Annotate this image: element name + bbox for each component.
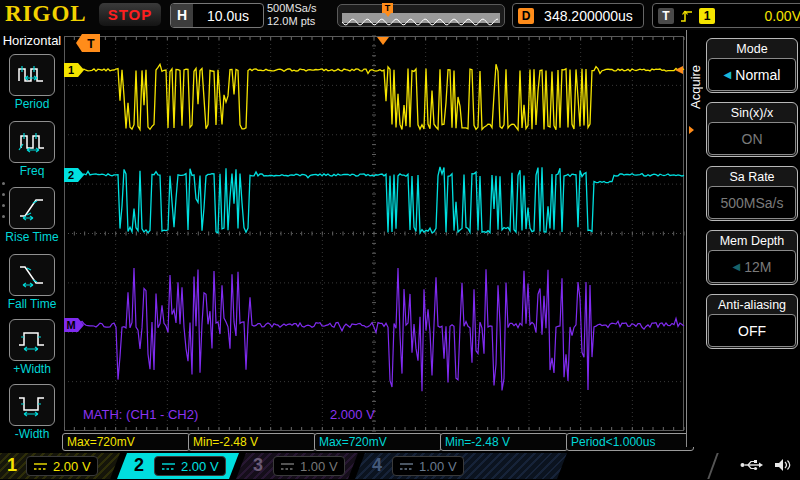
sidebar-item-neg-width[interactable]: -Width — [0, 384, 64, 441]
math-scale-label: 2.000 V — [330, 407, 375, 422]
dc-coupling-icon — [33, 461, 48, 471]
dc-coupling-icon — [280, 461, 295, 471]
svg-text:M: M — [66, 319, 75, 331]
channel-3-scale: 1.00 V — [273, 456, 345, 476]
sidebar-page-dots — [2, 182, 5, 226]
channel-2-box[interactable]: 2 2.00 V — [117, 453, 239, 479]
delay-value: 348.200000us — [534, 8, 643, 24]
math-expression-label: MATH: (CH1 - CH2) — [83, 407, 198, 422]
sample-rate-line1: 500MSa/s — [267, 2, 317, 15]
sidebar-item-period[interactable]: Period — [0, 54, 64, 111]
measurement-ch2-max: Max=720mV — [314, 433, 442, 451]
delay-badge: D — [518, 8, 534, 24]
sidebar-item-label: Rise Time — [0, 230, 64, 244]
sidebar-item-label: Fall Time — [0, 297, 64, 311]
preview-wave — [342, 17, 500, 27]
neg-width-icon — [17, 392, 47, 418]
left-arrow-icon: ◀ — [724, 69, 732, 80]
oscilloscope-screen: RIGOL STOP H 10.0us 500MSa/s 12.0M pts T… — [0, 0, 800, 480]
channel-status-bar: 1 2.00 V 2 2.00 V 3 — [0, 452, 800, 480]
dc-coupling-icon — [399, 461, 414, 471]
sidebar-item-label: Freq — [0, 164, 64, 178]
sample-rate-line2: 12.0M pts — [267, 15, 317, 28]
measurement-ch2-period: Period<1.000us — [566, 433, 694, 451]
usb-icon[interactable] — [740, 458, 764, 472]
period-icon — [17, 62, 47, 88]
trigger-readout-box: T 1 0.00V — [652, 3, 800, 28]
softkey-sa-rate[interactable]: Sa Rate 500MSa/s — [706, 166, 798, 221]
fall-time-icon — [17, 262, 47, 288]
svg-text:2: 2 — [68, 169, 74, 181]
softkey-mem-depth[interactable]: Mem Depth ◀12M — [706, 230, 798, 285]
measurement-ch1-min: Min=-2.48 V — [188, 433, 316, 451]
rising-edge-icon — [679, 8, 694, 24]
sidebar-title: Horizontal — [0, 30, 64, 48]
status-divider — [707, 453, 718, 479]
trigger-position-icon — [377, 37, 389, 45]
channel-2-scale: 2.00 V — [154, 456, 226, 476]
dc-coupling-icon — [161, 461, 176, 471]
horizontal-scale-box[interactable]: H 10.0us — [170, 3, 264, 28]
softkey-anti-aliasing[interactable]: Anti-aliasing OFF — [706, 294, 798, 349]
beeper-icon[interactable] — [774, 458, 792, 472]
left-arrow-icon: ◀ — [733, 261, 741, 272]
rise-time-icon — [17, 195, 47, 221]
acquire-menu-panel: Acquire Mode ◀Normal Sin(x)/x ON Sa Rate… — [686, 30, 800, 447]
waveform-display: T12M MATH: (CH1 - CH2) 2.000 V — [64, 30, 686, 447]
sidebar-item-label: Period — [0, 97, 64, 111]
measurement-ch1-max: Max=720mV — [62, 433, 190, 451]
channel-4-scale: 1.00 V — [392, 456, 464, 476]
freq-icon — [17, 129, 47, 155]
sidebar-item-pos-width[interactable]: +Width — [0, 319, 64, 376]
sidebar-item-fall-time[interactable]: Fall Time — [0, 254, 64, 311]
softkey-sinx[interactable]: Sin(x)/x ON — [706, 102, 798, 157]
channel-1-box[interactable]: 1 2.00 V — [0, 453, 120, 479]
horizontal-scale-value: 10.0us — [193, 8, 263, 24]
measurement-ch2-min: Min=-2.48 V — [440, 433, 568, 451]
graticule-canvas: T12M — [64, 30, 686, 447]
svg-text:1: 1 — [68, 64, 74, 76]
pos-width-icon — [17, 327, 47, 353]
horizontal-label: H — [171, 4, 193, 27]
trigger-source-badge: 1 — [699, 8, 715, 24]
top-status-bar: RIGOL STOP H 10.0us 500MSa/s 12.0M pts T… — [0, 0, 800, 30]
sidebar-item-label: -Width — [0, 427, 64, 441]
sample-rate-readout: 500MSa/s 12.0M pts — [267, 2, 317, 28]
delay-readout-box: D 348.200000us — [512, 3, 644, 28]
trigger-level-value: 0.00V — [720, 8, 800, 24]
sidebar-item-freq[interactable]: Freq — [0, 121, 64, 178]
trigger-label: T — [658, 8, 674, 24]
preview-window — [342, 13, 500, 23]
rigol-logo: RIGOL — [5, 1, 87, 27]
waveform-memory-preview[interactable]: T — [337, 4, 505, 27]
menu-tab-acquire[interactable]: Acquire — [688, 48, 706, 126]
preview-trigger-marker[interactable]: T — [382, 3, 393, 13]
svg-text:T: T — [87, 37, 95, 51]
sidebar-item-rise-time[interactable]: Rise Time — [0, 187, 64, 244]
channel-3-box[interactable]: 3 1.00 V — [236, 453, 358, 479]
trigger-level-icon — [675, 66, 683, 74]
channel-1-scale: 2.00 V — [26, 456, 98, 476]
softkey-mode[interactable]: Mode ◀Normal — [706, 38, 798, 93]
run-state-badge[interactable]: STOP — [99, 3, 161, 26]
sidebar-item-label: +Width — [0, 362, 64, 376]
menu-tab-marker-icon — [689, 126, 694, 134]
channel-4-box[interactable]: 4 1.00 V — [355, 453, 567, 479]
measurement-sidebar: Horizontal Period Freq Rise Time — [0, 30, 64, 447]
